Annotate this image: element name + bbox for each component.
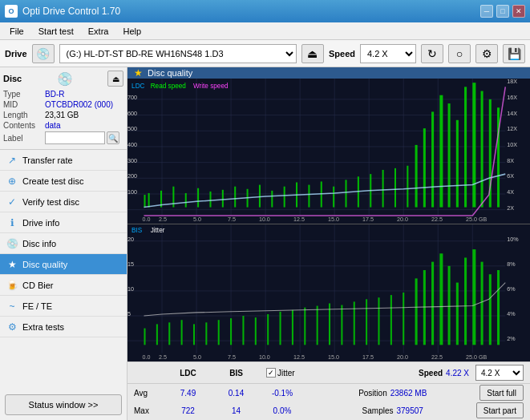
svg-text:2.5: 2.5 [159, 353, 167, 361]
nav-icon-extra-tests: ⚙ [6, 321, 18, 333]
svg-rect-113 [181, 320, 183, 345]
svg-text:4X: 4X [507, 188, 514, 196]
position-label: Position [358, 389, 387, 398]
maximize-button[interactable]: □ [496, 5, 509, 18]
svg-text:500: 500 [127, 125, 137, 132]
charts-container: LDC Read speed Write speed 18X 16X 14X 1… [127, 79, 530, 361]
svg-text:BIS: BIS [131, 228, 143, 235]
disc-button[interactable]: ○ [448, 44, 471, 63]
eject-button[interactable]: ⏏ [301, 44, 324, 63]
nav-item-cd-bier[interactable]: 🍺CD Bier [0, 275, 127, 296]
svg-rect-121 [280, 312, 281, 345]
svg-rect-66 [456, 120, 459, 208]
quality-header: ★ Disc quality [127, 67, 530, 79]
disc-eject-button[interactable]: ⏏ [107, 71, 123, 87]
svg-rect-54 [333, 187, 334, 208]
svg-text:2X: 2X [507, 204, 514, 212]
svg-text:20: 20 [127, 236, 134, 243]
svg-rect-136 [448, 266, 451, 345]
menu-start-test[interactable]: Start test [32, 25, 80, 38]
disc-panel: Disc 💿 ⏏ Type BD-R MID OTCBDR002 (000) L… [0, 67, 127, 150]
svg-text:25.0 GB: 25.0 GB [466, 353, 487, 361]
svg-text:0.0: 0.0 [142, 216, 150, 223]
nav-label-drive-info: Drive info [22, 218, 59, 228]
close-button[interactable]: ✕ [512, 5, 525, 18]
svg-rect-117 [230, 318, 232, 345]
contents-label: Contents [3, 121, 45, 130]
jitter-checkbox[interactable]: ✓ Jitter [266, 368, 295, 378]
svg-text:100: 100 [127, 188, 137, 196]
mid-value: OTCBDR002 (000) [45, 100, 113, 109]
avg-bis: 0.14 [214, 389, 258, 398]
menu-help[interactable]: Help [116, 25, 148, 38]
nav-item-verify-test-disc[interactable]: ✓Verify test disc [0, 192, 127, 212]
sidebar: Disc 💿 ⏏ Type BD-R MID OTCBDR002 (000) L… [0, 67, 127, 420]
speed-stat-label: Speed [419, 369, 443, 378]
svg-text:12.5: 12.5 [293, 216, 305, 223]
svg-rect-38 [144, 195, 145, 208]
checkbox-icon[interactable]: ✓ [266, 368, 276, 378]
refresh-button[interactable]: ↻ [421, 44, 443, 63]
svg-text:20.0: 20.0 [397, 353, 408, 361]
chart2-area: BIS Jitter 10% 8% 6% 4% 2% 20 15 10 5 [127, 224, 530, 361]
nav-item-fe-te[interactable]: ~FE / TE [0, 296, 127, 317]
nav-label-create-test-disc: Create test disc [22, 176, 83, 186]
quality-title: Disc quality [148, 68, 192, 78]
avg-ldc: 7.49 [162, 389, 214, 398]
start-full-button[interactable]: Start full [479, 385, 524, 401]
svg-text:7.5: 7.5 [228, 216, 236, 223]
svg-text:300: 300 [127, 157, 137, 164]
label-input[interactable] [45, 131, 105, 144]
svg-text:5: 5 [127, 310, 131, 317]
svg-rect-42 [185, 193, 187, 208]
svg-text:LDC: LDC [131, 83, 144, 90]
status-window-button[interactable]: Status window >> [5, 394, 122, 415]
nav-icon-transfer-rate: ↗ [6, 155, 18, 166]
stats-bar: LDC BIS ✓ Jitter Speed 4.22 X 4.2 X Avg … [127, 361, 530, 420]
nav-item-create-test-disc[interactable]: ⊕Create test disc [0, 171, 127, 192]
svg-rect-138 [464, 258, 467, 345]
speed-select[interactable]: 4.2 X [360, 44, 416, 63]
svg-rect-50 [284, 187, 285, 208]
svg-text:400: 400 [127, 141, 137, 148]
bis-col-header: BIS [214, 369, 258, 378]
drive-select[interactable]: (G:) HL-DT-ST BD-RE WH16NS48 1.D3 [59, 44, 297, 63]
disc-icon: 💿 [57, 71, 73, 87]
start-part-button[interactable]: Start part [476, 402, 524, 418]
settings-button[interactable]: ⚙ [475, 44, 498, 63]
svg-rect-123 [304, 308, 305, 345]
svg-rect-130 [390, 295, 392, 345]
nav-item-drive-info[interactable]: ℹDrive info [0, 212, 127, 233]
svg-rect-119 [255, 317, 257, 345]
svg-rect-43 [197, 188, 199, 208]
contents-value: data [45, 121, 60, 130]
svg-rect-139 [472, 249, 475, 345]
nav-icon-cd-bier: 🍺 [6, 280, 18, 291]
svg-text:17.5: 17.5 [362, 353, 374, 361]
nav-item-disc-info[interactable]: 💿Disc info [0, 233, 127, 254]
ldc-col-header: LDC [162, 369, 214, 378]
drive-bar: Drive 💿 (G:) HL-DT-ST BD-RE WH16NS48 1.D… [0, 40, 530, 67]
speed-stat-value: 4.22 X [446, 369, 469, 378]
svg-text:22.5: 22.5 [431, 216, 443, 223]
svg-rect-110 [144, 329, 145, 345]
nav-item-disc-quality[interactable]: ★Disc quality [0, 254, 127, 275]
nav-item-transfer-rate[interactable]: ↗Transfer rate [0, 150, 127, 171]
svg-text:8X: 8X [507, 157, 514, 164]
title-bar: O Opti Drive Control 1.70 ─ □ ✕ [0, 0, 530, 22]
nav-label-disc-info: Disc info [22, 239, 56, 248]
menu-file[interactable]: File [3, 25, 30, 38]
label-button[interactable]: 🔍 [107, 131, 119, 144]
svg-rect-46 [234, 187, 236, 208]
svg-rect-120 [267, 314, 269, 345]
menu-extra[interactable]: Extra [82, 25, 115, 38]
nav-item-extra-tests[interactable]: ⚙Extra tests [0, 317, 127, 337]
svg-rect-128 [366, 300, 367, 345]
svg-text:Write speed: Write speed [193, 83, 229, 90]
save-button[interactable]: 💾 [503, 44, 525, 63]
speed-dropdown[interactable]: 4.2 X [475, 365, 524, 381]
svg-text:0.0: 0.0 [142, 353, 150, 361]
svg-rect-133 [423, 270, 426, 345]
max-bis: 14 [214, 406, 258, 415]
minimize-button[interactable]: ─ [480, 5, 493, 18]
